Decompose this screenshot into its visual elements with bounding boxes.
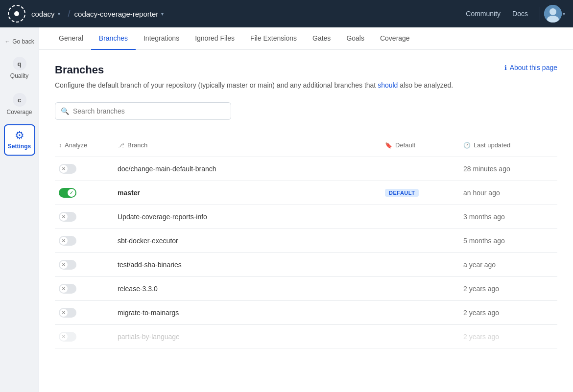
toggle-x-icon: ✕	[62, 262, 66, 267]
branch-name: master	[118, 189, 140, 197]
default-badge: DEFAULT	[385, 189, 419, 197]
last-updated-cell: a year ago	[459, 254, 557, 276]
sidebar-item-quality[interactable]: q Quality	[0, 52, 39, 84]
branch-icon: ⎇	[118, 142, 124, 149]
sidebar-item-settings[interactable]: ⚙ Settings	[4, 124, 35, 156]
toggle-x-icon: ✕	[62, 238, 66, 243]
content-area: Branches ℹ About this page Configure the…	[39, 50, 573, 363]
brand-chevron-icon: ▾	[58, 11, 60, 17]
analyze-toggle[interactable]: ✕	[59, 308, 76, 318]
tab-branches[interactable]: Branches	[91, 27, 136, 50]
back-label: Go back	[12, 38, 34, 45]
coverage-icon: c	[13, 93, 26, 107]
about-link[interactable]: ℹ About this page	[504, 64, 557, 71]
column-branch: ⎇ Branch	[114, 138, 381, 153]
last-updated-cell: 3 months ago	[459, 206, 557, 228]
analyze-cell: ✕	[55, 157, 114, 181]
analyze-toggle[interactable]: ✕	[59, 284, 76, 294]
last-updated-value: 28 minutes ago	[463, 165, 510, 173]
docs-link[interactable]: Docs	[512, 10, 528, 18]
analyze-toggle[interactable]: ✕	[59, 212, 76, 222]
tabs-bar: General Branches Integrations Ignored Fi…	[39, 27, 573, 50]
tab-general[interactable]: General	[51, 27, 91, 50]
tab-integrations[interactable]: Integrations	[136, 27, 187, 50]
tab-file-extensions[interactable]: File Extensions	[242, 27, 305, 50]
branch-cell: master	[114, 182, 381, 204]
community-link[interactable]: Community	[466, 10, 501, 18]
analyze-toggle[interactable]: ✕	[59, 260, 76, 270]
analyze-toggle[interactable]: ✕	[59, 236, 76, 246]
search-input[interactable]	[55, 102, 231, 120]
tab-gates[interactable]: Gates	[305, 27, 338, 50]
default-cell: DEFAULT	[381, 182, 459, 204]
last-updated-value: 2 years ago	[463, 285, 499, 293]
tab-goals[interactable]: Goals	[338, 27, 372, 50]
repo-chevron-icon: ▾	[161, 11, 164, 17]
nav-separator: /	[68, 9, 71, 19]
analyze-cell: ✕	[55, 277, 114, 300]
analyze-cell: ✕	[55, 205, 114, 229]
branch-name: doc/change-main-default-branch	[118, 165, 216, 173]
last-updated-value: an hour ago	[463, 189, 500, 197]
avatar-image	[544, 5, 562, 23]
page-title: Branches	[55, 64, 104, 76]
toggle-knob: ✕	[60, 285, 68, 293]
toggle-knob: ✕	[60, 237, 68, 245]
toggle-knob: ✕	[60, 213, 68, 221]
last-updated-cell: 28 minutes ago	[459, 158, 557, 180]
back-arrow-icon: ←	[4, 38, 10, 45]
toggle-wrap: ✕	[59, 284, 76, 294]
toggle-wrap: ✕	[59, 308, 76, 318]
toggle-wrap: ✕	[59, 164, 76, 174]
toggle-knob: ✓	[68, 189, 75, 197]
search-container: 🔍	[55, 102, 231, 120]
last-updated-cell: 2 years ago	[459, 326, 557, 347]
column-last-updated: 🕐 Last updated	[459, 138, 557, 153]
last-updated-value: 2 years ago	[463, 309, 499, 317]
toggle-wrap: ✕	[59, 236, 76, 246]
last-updated-cell: an hour ago	[459, 182, 557, 204]
branch-name: Update-coverage-reports-info	[118, 213, 207, 221]
table-row: ✕ sbt-docker-executor 5 months ago	[55, 229, 557, 253]
last-updated-column-label: Last updated	[474, 141, 510, 149]
table-row: ✕ partials-by-language 2 years ago	[55, 325, 557, 349]
analyze-toggle[interactable]: ✕	[59, 164, 76, 174]
last-updated-value: 5 months ago	[463, 237, 505, 245]
codacy-logo[interactable]	[8, 5, 25, 23]
table-row: ✕ migrate-to-mainargs 2 years ago	[55, 301, 557, 325]
toggle-x-icon: ✕	[62, 286, 66, 291]
toggle-x-icon: ✕	[62, 310, 66, 315]
toggle-x-icon: ✕	[62, 214, 66, 219]
back-button[interactable]: ← Go back	[0, 35, 39, 48]
main-content: General Branches Integrations Ignored Fi…	[39, 27, 573, 392]
default-cell	[381, 282, 459, 296]
should-link[interactable]: should	[378, 81, 398, 89]
repo-link[interactable]: codacy-coverage-reporter ▾	[74, 10, 164, 18]
analyze-toggle[interactable]: ✓	[59, 188, 76, 198]
toggle-x-icon: ✕	[62, 166, 66, 171]
default-column-label: Default	[395, 141, 415, 149]
branch-name: migrate-to-mainargs	[118, 309, 179, 317]
main-layout: ← Go back q Quality c Coverage ⚙ Setting…	[0, 27, 573, 392]
default-bookmark-icon: 🔖	[385, 142, 392, 149]
brand-link[interactable]: codacy ▾	[31, 10, 64, 18]
analyze-toggle[interactable]: ✕	[59, 332, 76, 342]
tab-coverage[interactable]: Coverage	[372, 27, 418, 50]
branch-cell: doc/change-main-default-branch	[114, 158, 381, 180]
svg-point-1	[549, 8, 556, 15]
sidebar-item-coverage[interactable]: c Coverage	[0, 88, 39, 120]
analyze-cell: ✕	[55, 229, 114, 253]
default-cell	[381, 234, 459, 248]
tab-ignored-files[interactable]: Ignored Files	[187, 27, 242, 50]
top-navigation: codacy ▾ / codacy-coverage-reporter ▾ Co…	[0, 0, 573, 27]
table-row: ✓ master DEFAULT an hour ago	[55, 181, 557, 205]
table-row: ✕ doc/change-main-default-branch 28 minu…	[55, 157, 557, 181]
last-updated-value: 2 years ago	[463, 333, 499, 341]
toggle-knob: ✕	[60, 333, 68, 341]
toggle-knob: ✕	[60, 309, 68, 317]
last-updated-cell: 2 years ago	[459, 302, 557, 323]
analyze-cell: ✕	[55, 253, 114, 277]
branch-cell: migrate-to-mainargs	[114, 302, 381, 323]
toggle-wrap: ✓	[59, 188, 76, 198]
user-avatar[interactable]	[544, 5, 562, 23]
